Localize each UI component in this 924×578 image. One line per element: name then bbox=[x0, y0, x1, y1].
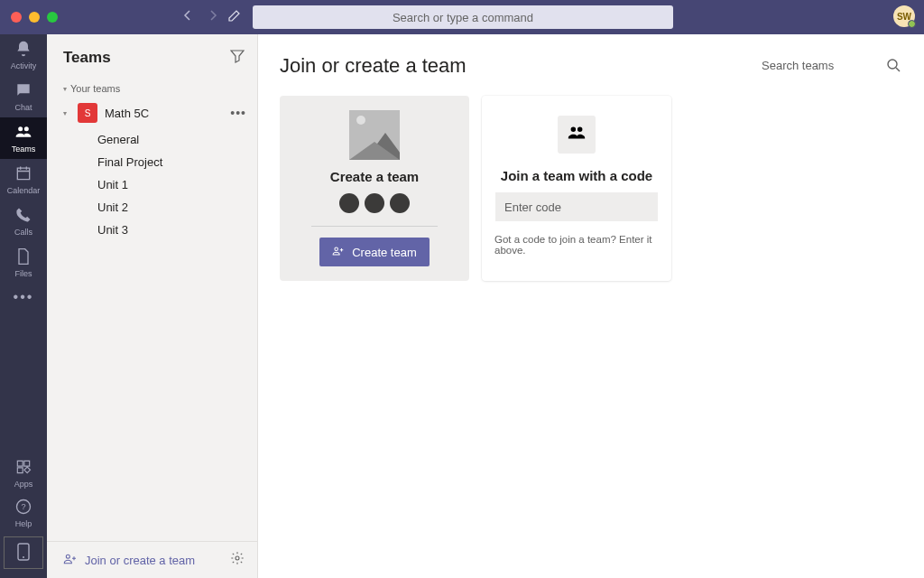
people-add-icon bbox=[63, 552, 78, 569]
team-avatar: S bbox=[78, 103, 97, 123]
team-more-button[interactable]: ••• bbox=[230, 106, 246, 120]
channel-item[interactable]: Unit 2 bbox=[97, 196, 257, 219]
svg-point-3 bbox=[23, 556, 24, 558]
minimize-window-button[interactable] bbox=[29, 12, 40, 23]
presence-indicator bbox=[908, 20, 916, 28]
create-team-image bbox=[349, 110, 400, 160]
rail-label: Teams bbox=[12, 144, 36, 154]
people-icon bbox=[567, 123, 587, 146]
page-title: Join or create a team bbox=[280, 54, 467, 78]
svg-point-4 bbox=[236, 556, 239, 560]
rail-help[interactable]: ? Help bbox=[0, 493, 47, 533]
section-label-text: Your teams bbox=[70, 83, 120, 94]
filter-icon[interactable] bbox=[230, 49, 245, 67]
rail-chat[interactable]: Chat bbox=[0, 76, 47, 117]
chevron-down-icon: ▾ bbox=[63, 85, 67, 93]
join-team-icon-tile bbox=[558, 116, 596, 154]
rail-calendar[interactable]: Calendar bbox=[0, 159, 47, 200]
maximize-window-button[interactable] bbox=[47, 12, 58, 23]
main-content: Join or create a team Create a team bbox=[258, 34, 924, 578]
join-team-hint: Got a code to join a team? Enter it abov… bbox=[494, 234, 659, 256]
person-avatar bbox=[390, 193, 410, 213]
help-icon: ? bbox=[14, 498, 32, 517]
svg-point-5 bbox=[888, 60, 897, 69]
people-add-icon bbox=[332, 245, 345, 260]
rail-calls[interactable]: Calls bbox=[0, 200, 47, 242]
rail-label: Help bbox=[15, 519, 32, 528]
rail-more[interactable]: ••• bbox=[0, 284, 47, 311]
rail-label: Chat bbox=[14, 103, 32, 112]
title-bar: Search or type a command SW bbox=[0, 0, 924, 34]
rail-files[interactable]: Files bbox=[0, 242, 47, 284]
rail-label: Activity bbox=[11, 61, 37, 70]
people-icon bbox=[14, 123, 32, 143]
rail-label: Calendar bbox=[7, 186, 41, 195]
people-preview bbox=[339, 193, 410, 213]
search-teams-input[interactable] bbox=[758, 52, 902, 79]
channel-item[interactable]: General bbox=[97, 128, 257, 151]
bell-icon bbox=[14, 40, 32, 60]
channel-item[interactable]: Unit 3 bbox=[97, 219, 257, 241]
settings-button[interactable] bbox=[230, 551, 245, 569]
team-code-input[interactable] bbox=[495, 192, 658, 221]
compose-icon[interactable] bbox=[227, 8, 242, 26]
command-search-input[interactable]: Search or type a command bbox=[253, 5, 673, 29]
svg-text:?: ? bbox=[21, 502, 25, 511]
back-button[interactable] bbox=[180, 8, 195, 26]
search-placeholder: Search or type a command bbox=[393, 11, 533, 24]
create-team-button[interactable]: Create team bbox=[319, 238, 430, 266]
channel-item[interactable]: Unit 1 bbox=[97, 173, 257, 196]
mobile-icon bbox=[17, 543, 30, 563]
create-team-card: Create a team Create team bbox=[280, 96, 469, 281]
join-team-card: Join a team with a code Got a code to jo… bbox=[482, 96, 671, 281]
chevron-down-icon: ▾ bbox=[63, 109, 70, 117]
create-team-title: Create a team bbox=[330, 169, 419, 184]
apps-icon bbox=[14, 458, 32, 478]
rail-label: Apps bbox=[14, 480, 33, 489]
window-controls bbox=[0, 12, 58, 23]
section-your-teams[interactable]: ▾ Your teams bbox=[47, 78, 257, 98]
team-row[interactable]: ▾ S Math 5C ••• bbox=[47, 98, 257, 128]
rail-mobile-button[interactable] bbox=[4, 536, 43, 569]
divider bbox=[311, 226, 438, 227]
channel-item[interactable]: Final Project bbox=[97, 151, 257, 173]
rail-teams[interactable]: Teams bbox=[0, 117, 47, 159]
phone-icon bbox=[14, 206, 32, 226]
forward-button[interactable] bbox=[206, 8, 220, 26]
join-link-label: Join or create a team bbox=[85, 554, 195, 567]
teams-sidebar: Teams ▾ Your teams ▾ S Math 5C ••• Gener… bbox=[47, 34, 258, 578]
join-team-title: Join a team with a code bbox=[501, 168, 652, 183]
rail-activity[interactable]: Activity bbox=[0, 34, 47, 76]
search-teams-field[interactable] bbox=[758, 52, 902, 79]
rail-label: Files bbox=[14, 269, 32, 278]
rail-apps[interactable]: Apps bbox=[0, 453, 47, 493]
sidebar-title: Teams bbox=[63, 49, 111, 67]
create-team-button-label: Create team bbox=[352, 246, 417, 259]
rail-label: Calls bbox=[14, 228, 32, 237]
ellipsis-icon: ••• bbox=[14, 289, 34, 305]
join-create-team-link[interactable]: Join or create a team bbox=[63, 552, 195, 569]
channel-list: General Final Project Unit 1 Unit 2 Unit… bbox=[47, 128, 257, 241]
file-icon bbox=[14, 247, 32, 267]
person-avatar bbox=[365, 193, 384, 213]
app-rail: Activity Chat Teams Calendar Calls Files… bbox=[0, 34, 47, 578]
calendar-icon bbox=[14, 164, 32, 184]
search-icon bbox=[886, 58, 901, 76]
close-window-button[interactable] bbox=[11, 12, 22, 23]
person-avatar bbox=[339, 193, 359, 213]
chat-icon bbox=[14, 81, 32, 101]
team-name: Math 5C bbox=[105, 107, 223, 120]
